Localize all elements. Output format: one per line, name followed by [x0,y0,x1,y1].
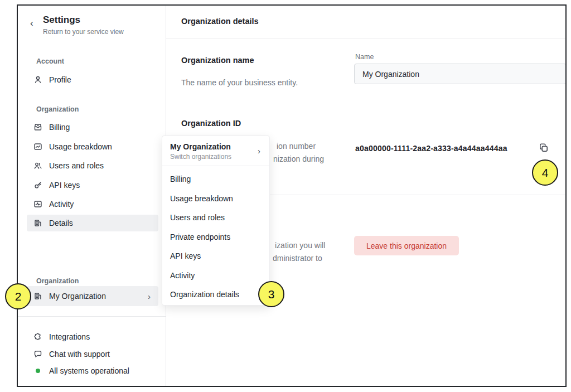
building-icon [33,219,42,228]
sidebar-divider [18,316,166,317]
billing-icon [33,123,42,132]
sidebar-item-label: Users and roles [49,161,104,170]
sidebar-item-label: Integrations [49,332,90,341]
sidebar-item-activity[interactable]: Activity [27,196,158,212]
name-field-label: Name [355,53,374,61]
popup-item-activity[interactable]: Activity [162,266,269,285]
header-divider [166,38,565,38]
org-id-value: a0a00000-1111-2aa2-a333-a4a44aa444aa [355,144,507,153]
copy-icon[interactable] [538,142,550,154]
sidebar-item-api-keys[interactable]: API keys [27,177,158,193]
organization-popup-menu: My Organization Switch organizations › B… [162,135,270,306]
org-name-description: The name of your business entity. [181,78,298,87]
sidebar-item-integrations[interactable]: Integrations [27,328,158,345]
section-label-organization-2: Organization [36,277,79,285]
sidebar-item-profile[interactable]: Profile [27,71,158,88]
page-title: Organization details [181,17,259,26]
sidebar-org-switcher[interactable]: My Organization › [27,286,158,306]
puzzle-icon [33,332,42,341]
popup-item-users-and-roles[interactable]: Users and roles [162,208,269,228]
leave-organization-button[interactable]: Leave this organization [354,236,459,255]
sidebar-item-label: All systems operational [49,366,129,375]
sidebar-item-label: Profile [49,75,71,84]
sidebar-item-label: API keys [49,181,80,190]
sidebar-item-system-status[interactable]: All systems operational [27,362,158,379]
popup-org-subtitle: Switch organizations [170,153,262,161]
sidebar-subtitle[interactable]: Return to your service view [43,28,124,36]
organization-icon [33,292,42,301]
popup-org-switcher[interactable]: My Organization Switch organizations › [162,136,269,166]
usage-chart-icon [33,142,42,151]
back-chevron-icon[interactable]: ‹ [30,18,33,29]
popup-item-api-keys[interactable]: API keys [162,246,269,266]
org-switcher-label: My Organization [49,292,106,301]
leave-description-fragment-2: dministrator to [273,254,322,263]
app-window: ‹ Settings Return to your service view A… [17,4,567,387]
chat-bubble-icon [33,350,42,359]
chevron-right-icon: › [258,146,260,156]
sidebar-item-details[interactable]: Details [27,215,158,231]
leave-description-fragment-1: ization you will [275,241,325,250]
users-icon [33,161,42,170]
callout-badge-4: 4 [532,159,558,186]
sidebar-item-label: Activity [49,200,74,209]
key-icon [33,181,42,190]
sidebar-item-chat-support[interactable]: Chat with support [27,346,158,362]
activity-icon [33,200,42,209]
sidebar-item-label: Details [49,219,73,228]
sidebar-item-billing[interactable]: Billing [27,119,158,135]
chevron-right-icon: › [148,292,151,301]
sidebar-item-label: Billing [49,123,70,132]
org-name-input[interactable] [354,64,567,84]
popup-org-title: My Organization [170,142,262,151]
callout-badge-3: 3 [258,281,284,307]
status-green-dot-icon [36,369,40,373]
callout-badge-2: 2 [5,283,31,309]
sidebar-item-label: Usage breakdown [49,142,112,151]
popup-item-organization-details[interactable]: Organization details [162,285,269,304]
org-id-description-fragment-1: ion number [277,142,316,151]
org-name-heading: Organization name [181,56,254,65]
settings-sidebar: ‹ Settings Return to your service view A… [18,6,166,386]
popup-item-billing[interactable]: Billing [162,170,269,189]
org-id-heading: Organization ID [181,119,241,128]
popup-item-private-endpoints[interactable]: Private endpoints [162,228,269,247]
section-label-account: Account [36,57,64,65]
person-icon [33,75,42,84]
section-label-organization: Organization [36,105,79,113]
sidebar-item-users-and-roles[interactable]: Users and roles [27,157,158,174]
popup-item-usage-breakdown[interactable]: Usage breakdown [162,189,269,209]
sidebar-title: Settings [43,14,80,26]
sidebar-item-usage-breakdown[interactable]: Usage breakdown [27,138,158,155]
sidebar-item-label: Chat with support [49,350,110,359]
org-id-description-fragment-2: nization during [273,154,324,163]
